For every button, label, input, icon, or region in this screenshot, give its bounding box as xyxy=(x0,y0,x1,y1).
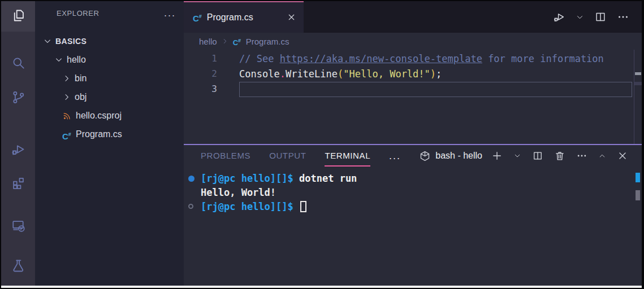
chevron-right-icon xyxy=(62,93,71,102)
debug-icon xyxy=(553,11,565,23)
code-token: . xyxy=(280,68,286,80)
tree-item-hello-csproj[interactable]: hello.csproj xyxy=(35,106,184,125)
testing-icon xyxy=(11,258,26,275)
panel-more-tabs-icon[interactable]: ... xyxy=(389,154,401,158)
activity-bar-extensions[interactable] xyxy=(1,169,35,199)
panel-header: PROBLEMSOUTPUTTERMINAL ... bash - hello xyxy=(184,145,642,167)
tab-label: Program.cs xyxy=(207,12,282,23)
terminal-line: [rj@pc hello][]$ dotnet run xyxy=(184,172,642,186)
terminal-instance[interactable]: bash - hello xyxy=(419,150,482,162)
tree-item-program-cs[interactable]: C#Program.cs xyxy=(35,125,184,143)
new-terminal-button[interactable] xyxy=(491,150,503,161)
activity-bar-run-and-debug[interactable] xyxy=(1,135,35,165)
editor-actions xyxy=(553,1,642,33)
close-tab-icon[interactable] xyxy=(287,12,297,23)
tree-item-basics[interactable]: BASICS xyxy=(35,32,184,50)
explorer-icon xyxy=(11,8,26,25)
panel-tab-terminal[interactable]: TERMINAL xyxy=(325,145,370,167)
terminal-line: Hello, World! xyxy=(184,186,642,200)
tree-item-label: hello.csproj xyxy=(76,111,122,121)
bottom-panel: PROBLEMSOUTPUTTERMINAL ... bash - hello … xyxy=(184,144,642,286)
command-pending-decoration[interactable] xyxy=(188,204,193,209)
search-icon xyxy=(11,55,26,73)
activity-bar-source-control[interactable] xyxy=(1,83,35,113)
split-terminal-button[interactable] xyxy=(532,150,543,161)
code-token: ; xyxy=(436,68,442,80)
code-line: 2Console.WriteLine("Hello, World!"); xyxy=(184,67,642,82)
line-number: 2 xyxy=(184,67,217,82)
extensions-icon xyxy=(11,176,26,193)
tab-program-cs[interactable]: C# Program.cs xyxy=(184,1,304,33)
breadcrumb-folder[interactable]: hello xyxy=(199,37,217,46)
chevron-right-icon xyxy=(221,37,229,45)
tree-item-label: BASICS xyxy=(55,37,87,46)
trash-icon xyxy=(554,150,565,161)
terminal-text: [rj@pc hello][]$ xyxy=(201,201,299,212)
csproj-rss-icon xyxy=(62,111,72,121)
activity-bar-remote-explorer[interactable] xyxy=(1,211,35,242)
maximize-panel-button[interactable] xyxy=(598,152,606,160)
more-actions-button[interactable] xyxy=(617,11,629,23)
line-number: 1 xyxy=(184,51,217,67)
csharp-file-icon: C# xyxy=(193,12,202,24)
tree-item-label: bin xyxy=(75,73,87,84)
terminal-text: Hello, World! xyxy=(201,187,276,198)
chevron-up-icon xyxy=(598,152,606,160)
run-dropdown-button[interactable] xyxy=(576,13,584,21)
remote-explorer-icon xyxy=(11,218,26,235)
csharp-file-icon: C# xyxy=(233,37,242,46)
explorer-sidebar: EXPLORER ... BASICShellobinobjhello.cspr… xyxy=(35,1,184,286)
chevron-down-icon xyxy=(513,152,521,160)
file-tree: BASICShellobinobjhello.csprojC#Program.c… xyxy=(35,32,184,143)
ruler-cursor-mark xyxy=(635,72,641,75)
split-editor-button[interactable] xyxy=(594,11,607,23)
code-token: WriteLine xyxy=(286,68,338,80)
terminal-instance-label: bash - hello xyxy=(435,151,482,161)
tree-item-label: hello xyxy=(67,55,86,65)
editor-tab-bar: C# Program.cs xyxy=(184,1,642,33)
csharp-file-icon: C# xyxy=(62,130,72,139)
window-bottom-edge xyxy=(1,286,642,288)
terminal-cursor xyxy=(300,201,306,212)
terminal-body[interactable]: [rj@pc hello][]$ dotnet runHello, World!… xyxy=(184,167,642,286)
ellipsis-icon xyxy=(576,150,587,161)
panel-tab-output[interactable]: OUTPUT xyxy=(269,145,306,167)
explorer-more-actions-icon[interactable]: ... xyxy=(164,10,176,16)
panel-tabs: PROBLEMSOUTPUTTERMINAL xyxy=(201,145,389,167)
activity-bar-testing[interactable] xyxy=(1,251,35,282)
sidebar-title: EXPLORER xyxy=(57,9,164,17)
terminal-dropdown-button[interactable] xyxy=(513,152,521,160)
panel-action-icons xyxy=(491,150,628,161)
activity-bar-explorer[interactable] xyxy=(1,1,35,32)
panel-tab-problems[interactable]: PROBLEMS xyxy=(201,145,250,167)
line-number: 3 xyxy=(184,82,217,97)
kill-terminal-button[interactable] xyxy=(554,150,565,161)
window-frame: EXPLORER ... BASICShellobinobjhello.cspr… xyxy=(0,0,644,289)
overview-ruler[interactable] xyxy=(634,50,642,144)
code-token: ( xyxy=(338,68,343,80)
editor-main-column: C# Program.cs hello C# Program.cs 1// Se… xyxy=(184,1,642,286)
command-success-decoration[interactable] xyxy=(188,176,195,182)
breadcrumb-file[interactable]: Program.cs xyxy=(246,37,289,46)
code-editor[interactable]: 1// See https://aka.ms/new-console-templ… xyxy=(184,50,642,144)
ellipsis-icon xyxy=(617,11,629,23)
ruler-line-mark xyxy=(634,82,642,85)
code-line-current: 3 xyxy=(184,82,642,97)
more-actions-button[interactable] xyxy=(576,150,587,161)
sidebar-header: EXPLORER ... xyxy=(35,1,184,25)
activity-bar xyxy=(1,1,35,286)
activity-bar-search[interactable] xyxy=(1,49,35,79)
run-or-debug-button[interactable] xyxy=(553,11,565,23)
split-icon xyxy=(594,11,607,23)
terminal-text: dotnet run xyxy=(299,173,357,184)
tree-item-bin[interactable]: bin xyxy=(35,69,184,87)
close-icon xyxy=(617,150,628,161)
code-token: ) xyxy=(430,68,436,80)
close-panel-button[interactable] xyxy=(617,150,628,161)
chevron-down-icon xyxy=(576,13,584,21)
cube-icon xyxy=(419,150,431,162)
tree-item-hello[interactable]: hello xyxy=(35,50,184,69)
tree-item-obj[interactable]: obj xyxy=(35,87,184,106)
code-token: // See xyxy=(239,53,280,64)
code-token: https://aka.ms/new-console-template xyxy=(280,53,482,64)
